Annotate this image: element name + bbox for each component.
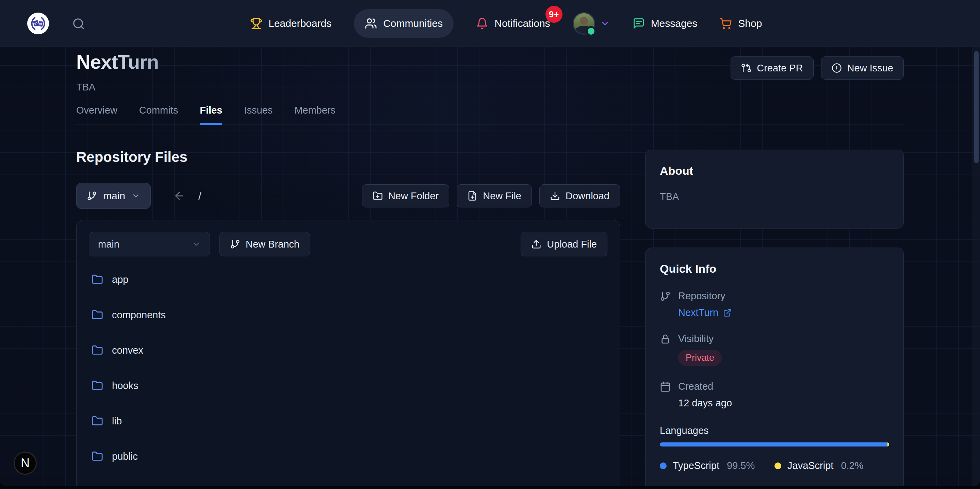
folder-row[interactable]: hooks: [89, 368, 608, 403]
javascript-dot-icon: [775, 462, 781, 469]
new-branch-label: New Branch: [246, 239, 299, 250]
folder-name: hooks: [112, 380, 138, 391]
tab-files[interactable]: Files: [200, 102, 222, 124]
nav-communities[interactable]: Communities: [354, 9, 453, 38]
new-issue-label: New Issue: [847, 63, 893, 74]
created-label: Created: [678, 381, 713, 392]
file-plus-icon: [467, 191, 477, 201]
language-name: CSS: [673, 485, 693, 486]
folder-name: public: [112, 451, 138, 462]
files-toolbar: main / New Folder New File: [76, 183, 620, 209]
nav-notifications[interactable]: Notifications 9+: [476, 17, 550, 30]
folder-plus-icon: [372, 191, 383, 201]
brand-logo[interactable]: 01 01: [27, 13, 49, 34]
message-square-icon: [633, 17, 645, 30]
quick-info-title: Quick Info: [660, 262, 889, 275]
folder-row[interactable]: components: [89, 297, 608, 333]
repository-link-text: NextTurn: [678, 307, 718, 318]
search-button[interactable]: [72, 17, 85, 30]
user-menu[interactable]: [573, 12, 610, 35]
chevron-down-icon: [131, 191, 140, 200]
git-branch-icon: [230, 239, 240, 249]
visibility-label: Visibility: [678, 333, 714, 345]
tab-members[interactable]: Members: [294, 102, 336, 124]
nav-shop-label: Shop: [738, 18, 762, 29]
file-list: app components convex hooks lib public: [89, 262, 608, 474]
nav-leaderboards[interactable]: Leaderboards: [250, 17, 331, 30]
created-value: 12 days ago: [678, 397, 889, 409]
create-pr-button[interactable]: Create PR: [730, 56, 813, 79]
current-path: /: [198, 190, 202, 202]
language-item-css: CSS 0.2%: [660, 485, 775, 486]
tab-overview[interactable]: Overview: [76, 102, 118, 124]
download-button[interactable]: Download: [539, 184, 620, 208]
binary-dice-logo-icon: 01 01: [29, 14, 47, 32]
new-file-label: New File: [483, 191, 521, 202]
page-scrollbar[interactable]: [972, 0, 980, 486]
file-browser-panel: main New Branch Upload File: [76, 220, 620, 486]
nextjs-dev-badge[interactable]: N: [14, 452, 37, 475]
new-folder-button[interactable]: New Folder: [362, 184, 449, 208]
new-file-button[interactable]: New File: [457, 184, 532, 208]
repo-subtitle: TBA: [76, 82, 95, 93]
upload-icon: [531, 239, 541, 249]
tab-commits[interactable]: Commits: [139, 102, 178, 124]
app-background: 01 01 Leaderboards: [0, 0, 980, 486]
language-percent: 99.5%: [727, 460, 755, 471]
about-title: About: [660, 164, 889, 178]
folder-icon: [92, 415, 103, 427]
online-status-dot: [586, 26, 596, 37]
search-icon: [72, 17, 85, 30]
repo-tabs: Overview Commits Files Issues Members: [76, 102, 904, 124]
typescript-dot-icon: [660, 462, 667, 469]
about-card: About TBA: [645, 149, 904, 229]
new-issue-button[interactable]: New Issue: [821, 56, 904, 79]
upload-file-button[interactable]: Upload File: [520, 232, 608, 256]
languages-legend: TypeScript 99.5% JavaScript 0.2% CSS 0.2…: [660, 460, 889, 486]
folder-row[interactable]: app: [89, 262, 608, 297]
user-avatar: [573, 12, 595, 35]
lock-icon: [660, 333, 671, 345]
repository-link[interactable]: NextTurn: [678, 307, 732, 318]
folder-row[interactable]: lib: [89, 403, 608, 439]
folder-name: convex: [112, 345, 143, 356]
tab-issues[interactable]: Issues: [244, 102, 272, 124]
branch-select[interactable]: main: [89, 232, 210, 256]
scrollbar-thumb[interactable]: [974, 51, 978, 163]
nextjs-n-icon: N: [21, 456, 30, 470]
download-icon: [550, 191, 560, 201]
folder-icon: [92, 274, 103, 285]
chevron-down-icon: [192, 240, 201, 249]
quick-info-card: Quick Info Repository NextTurn: [645, 248, 904, 486]
languages-bar-typescript: [660, 442, 888, 446]
languages-bar: [660, 442, 889, 446]
bell-icon: [476, 17, 488, 30]
new-branch-button[interactable]: New Branch: [220, 232, 310, 256]
nav-notifications-label: Notifications: [495, 18, 550, 29]
branch-selector-button[interactable]: main: [76, 183, 151, 209]
create-pr-label: Create PR: [757, 63, 803, 74]
nav-messages[interactable]: Messages: [633, 17, 698, 30]
nav-shop[interactable]: Shop: [720, 17, 762, 30]
folder-name: lib: [112, 416, 122, 427]
language-percent: 0.2%: [701, 485, 723, 486]
folder-icon: [92, 451, 103, 462]
folder-name: app: [112, 274, 128, 285]
git-branch-icon: [87, 191, 97, 201]
file-panel-toolbar: main New Branch Upload File: [89, 232, 608, 256]
nav-messages-label: Messages: [651, 18, 698, 29]
languages-section: Languages TypeScript 99.5% JavaScript 0.…: [660, 425, 889, 486]
repository-label: Repository: [678, 291, 725, 302]
language-item-javascript: JavaScript 0.2%: [775, 460, 889, 471]
folder-row[interactable]: convex: [89, 333, 608, 368]
upload-file-label: Upload File: [547, 239, 597, 250]
branch-selector-label: main: [103, 190, 125, 202]
users-icon: [365, 17, 377, 30]
folder-row[interactable]: public: [89, 439, 608, 474]
notifications-count-badge: 9+: [546, 6, 563, 23]
back-arrow-button[interactable]: [173, 190, 185, 202]
languages-label: Languages: [660, 425, 889, 436]
folder-icon: [92, 309, 103, 321]
nav-leaderboards-label: Leaderboards: [269, 18, 331, 29]
visibility-info-row: Visibility Private: [660, 333, 889, 366]
